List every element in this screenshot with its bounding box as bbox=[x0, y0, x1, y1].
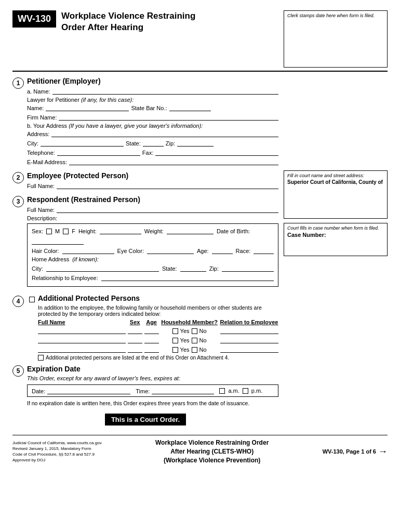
ap-row1-sex[interactable] bbox=[128, 327, 142, 334]
lawyer-name-input[interactable] bbox=[46, 104, 129, 111]
time-input[interactable] bbox=[152, 387, 214, 394]
name-a-label: a. Name: bbox=[27, 88, 50, 95]
ap-row3-age[interactable] bbox=[144, 345, 159, 353]
weight-input[interactable] bbox=[167, 227, 214, 234]
ap-row2-relation[interactable] bbox=[220, 336, 278, 343]
hair-input[interactable] bbox=[62, 247, 114, 254]
ap-row1-age[interactable] bbox=[144, 327, 159, 334]
respondent-name-input[interactable] bbox=[57, 206, 278, 213]
ap-row3-sex[interactable] bbox=[128, 345, 142, 353]
city-input[interactable] bbox=[41, 139, 124, 147]
footer-form-id: WV-130, Page 1 of 6 bbox=[323, 448, 376, 455]
lawyer-label: Lawyer for Petitioner bbox=[27, 97, 79, 103]
race-input[interactable] bbox=[254, 247, 274, 254]
hair-eye-age-race-row: Hair Color: Eye Color: Age: Race: bbox=[32, 247, 274, 254]
employee-name-row: Full Name: bbox=[27, 182, 278, 189]
footer-center: Workplace Violence Restraining Order Aft… bbox=[155, 438, 269, 464]
firm-name-label: Firm Name: bbox=[27, 114, 57, 121]
pm-checkbox[interactable] bbox=[243, 388, 248, 394]
case-number-input-area[interactable] bbox=[287, 238, 384, 254]
relationship-input[interactable] bbox=[101, 274, 274, 281]
resp-state-input[interactable] bbox=[180, 264, 206, 272]
ap-row3-relation[interactable] bbox=[220, 345, 278, 353]
respondent-name-label: Full Name: bbox=[27, 207, 55, 213]
address-label: Address: bbox=[27, 131, 49, 137]
state-input[interactable] bbox=[143, 139, 164, 147]
ap-row2-yes-checkbox[interactable] bbox=[172, 338, 178, 343]
section4-checkbox[interactable] bbox=[29, 297, 35, 302]
col-sex-header: Sex bbox=[128, 319, 142, 325]
court-name-box: Fill in court name and street address: S… bbox=[284, 170, 388, 219]
col-relation-header: Relation to Employee bbox=[220, 319, 278, 325]
ap-row1-name[interactable] bbox=[38, 327, 126, 334]
ap-row2-age[interactable] bbox=[144, 336, 159, 343]
sex-f-checkbox[interactable] bbox=[63, 229, 69, 234]
employee-name-label: Full Name: bbox=[27, 183, 55, 189]
section2-number: 2 bbox=[12, 172, 24, 183]
section4-content: Additional Protected Persons In addition… bbox=[38, 294, 278, 361]
ap-row1-no-checkbox[interactable] bbox=[192, 328, 197, 334]
age-input[interactable] bbox=[212, 247, 233, 254]
address-b-italic: (If you have a lawyer, give your lawyer'… bbox=[69, 123, 203, 129]
ap-row2-name[interactable] bbox=[38, 336, 126, 343]
petitioner-name-input[interactable] bbox=[52, 87, 278, 95]
city-label: City: bbox=[27, 140, 38, 147]
age-label: Age: bbox=[197, 248, 209, 254]
tel-input[interactable] bbox=[57, 149, 140, 156]
ap-row-1: Yes No bbox=[38, 327, 278, 334]
court-order-banner: This is a Court Order. bbox=[105, 414, 186, 425]
am-checkbox[interactable] bbox=[219, 388, 225, 394]
email-input[interactable] bbox=[69, 158, 278, 165]
section3-title: Respondent (Restrained Person) bbox=[27, 195, 278, 204]
time-label: Time: bbox=[136, 388, 150, 394]
pm-label: p.m. bbox=[251, 388, 262, 394]
city-state-zip-row: City: State: Zip: bbox=[27, 139, 278, 147]
section3: 3 Respondent (Restrained Person) Full Na… bbox=[12, 195, 278, 290]
fax-input[interactable] bbox=[155, 149, 278, 156]
dob-input[interactable] bbox=[32, 237, 84, 245]
court-name-value: Superior Court of California, County of bbox=[287, 179, 384, 185]
petitioner-name-row: a. Name: bbox=[27, 87, 278, 95]
ap-row3-yes-checkbox[interactable] bbox=[172, 347, 178, 353]
lawyer-name-label: Name: bbox=[27, 105, 44, 111]
ap-row2-no-checkbox[interactable] bbox=[192, 338, 197, 343]
state-bar-input[interactable] bbox=[169, 104, 211, 111]
footer-left: Judicial Council of California, www.cour… bbox=[12, 440, 102, 463]
court-name-input-area[interactable] bbox=[287, 185, 384, 216]
state-label: State: bbox=[126, 140, 141, 147]
description-label: Description: bbox=[27, 215, 278, 221]
date-input[interactable] bbox=[47, 387, 130, 394]
lawyer-label-row: Lawyer for Petitioner (if any, for this … bbox=[27, 97, 278, 103]
ap-row3-name[interactable] bbox=[38, 345, 126, 353]
zip-input[interactable] bbox=[177, 139, 214, 147]
ap-row3-no-checkbox[interactable] bbox=[192, 347, 197, 353]
ap-row-2: Yes No bbox=[38, 336, 278, 343]
section1-title: Petitioner (Employer) bbox=[27, 77, 278, 85]
height-input[interactable] bbox=[100, 227, 141, 234]
home-address-row: Home Address (if known): bbox=[32, 256, 274, 262]
resp-zip-input[interactable] bbox=[222, 264, 274, 272]
footer-line1: Judicial Council of California, www.cour… bbox=[12, 440, 102, 446]
ap-row1-yes-checkbox[interactable] bbox=[172, 328, 178, 334]
ap-row2-household: Yes No bbox=[161, 337, 218, 343]
ap-row1-relation[interactable] bbox=[220, 327, 278, 334]
section1-content: Petitioner (Employer) a. Name: Lawyer fo… bbox=[27, 77, 278, 167]
attachment-note-text: Additional protected persons are listed … bbox=[46, 355, 229, 361]
col-household-header: Household Member? bbox=[161, 319, 218, 325]
dob-label: Date of Birth: bbox=[217, 228, 250, 234]
eye-input[interactable] bbox=[147, 247, 194, 254]
footer-center-line3: (Workplace Violence Prevention) bbox=[155, 456, 269, 465]
section5-title: Expiration Date bbox=[27, 365, 278, 373]
sex-m-checkbox[interactable] bbox=[46, 229, 52, 234]
race-label: Race: bbox=[236, 248, 251, 254]
attachment-note-checkbox[interactable] bbox=[38, 355, 44, 361]
address-input[interactable] bbox=[51, 130, 278, 137]
section4-title: Additional Protected Persons bbox=[38, 294, 278, 302]
ap-row2-sex[interactable] bbox=[128, 336, 142, 343]
resp-city-input[interactable] bbox=[46, 264, 159, 272]
address-b-label-row: b. Your Address (If you have a lawyer, g… bbox=[27, 123, 278, 129]
firm-name-input[interactable] bbox=[59, 113, 278, 121]
employee-name-input[interactable] bbox=[57, 182, 278, 189]
sex-height-row: Sex: M F Height: Weight: Date of Birth: bbox=[32, 227, 274, 245]
resp-state-label: State: bbox=[162, 265, 177, 272]
